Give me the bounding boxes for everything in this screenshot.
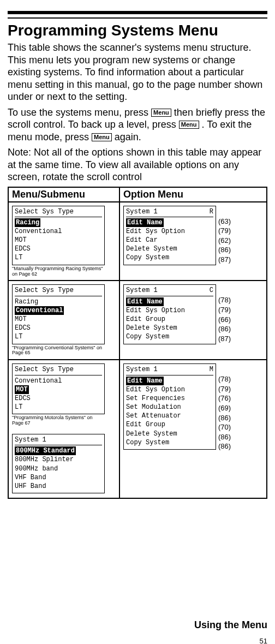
screen-title: System 1 — [126, 207, 158, 216]
lcd-screen: System 1REdit NameEdit Sys OptionEdit Ca… — [123, 206, 216, 265]
page-number: 51 — [260, 637, 267, 644]
page-ref-column: (78)(79)(76)(69)(86)(70)(86)(86) — [218, 363, 231, 451]
screen-item: 800MHz Standard — [15, 446, 102, 455]
screen-item: EDCS — [15, 394, 102, 403]
screen-item: MOT — [15, 385, 102, 394]
screen-caption: "Programming Conventional Systems" on Pa… — [12, 345, 105, 356]
screen-item-highlighted: Racing — [15, 218, 40, 227]
option-row: System 1REdit NameEdit Sys OptionEdit Ca… — [123, 206, 263, 266]
screen-item: LT — [15, 253, 102, 262]
menu-key-icon: Menu — [179, 121, 199, 129]
intro-paragraph-1: This table shows the scanner's systems m… — [8, 41, 267, 103]
page-ref: (78) — [218, 374, 231, 384]
screen-suffix: R — [210, 207, 213, 216]
intro-paragraph-3: Note: Not all of the options shown in th… — [8, 146, 267, 183]
rule-thin — [8, 17, 267, 19]
option-row: System 1CEdit NameEdit Sys OptionEdit Gr… — [123, 284, 263, 345]
screen-item: 900MHz band — [15, 464, 102, 473]
lcd-screen: Select Sys TypeConventionalMOTEDCSLT — [12, 363, 105, 414]
page-ref: (86) — [218, 442, 231, 451]
screen-item: Set Frequencies — [126, 394, 213, 403]
screen-suffix: M — [210, 365, 213, 374]
screen-item: 800MHz Splinter — [15, 455, 102, 464]
col-header-left: Menu/Submenu — [8, 187, 119, 202]
screen-item: EDCS — [15, 324, 102, 332]
screen-title: Select Sys Type — [15, 365, 102, 375]
screen-item-highlighted: MOT — [15, 385, 29, 394]
screen-item: Set Modulation — [126, 403, 213, 412]
screen-item: Racing — [15, 297, 102, 306]
page-ref: (69) — [218, 403, 231, 413]
screen-item: Delete System — [126, 245, 213, 253]
page-ref: (78) — [218, 295, 231, 305]
screen-item: Copy System — [126, 253, 213, 262]
screen-title-row: System 1C — [126, 286, 213, 296]
page-ref: (66) — [218, 315, 231, 325]
screen-item: Conventional — [15, 377, 102, 385]
screen-item: Edit Name — [126, 297, 213, 306]
screen-item: Edit Sys Option — [126, 385, 213, 394]
rule-thick — [8, 11, 267, 14]
para2-part-d: again. — [115, 132, 141, 142]
section-heading: Programming Systems Menu — [8, 22, 267, 39]
page-ref: (62) — [218, 236, 231, 246]
screen-item: Conventional — [15, 306, 102, 315]
screen-title-row: System 1M — [126, 365, 213, 375]
table-cell-right: System 1CEdit NameEdit Sys OptionEdit Gr… — [119, 281, 267, 360]
lcd-screen: System 1800MHz Standard800MHz Splinter90… — [12, 434, 105, 493]
screen-caption: "Programming Motorola Systems" on Page 6… — [12, 415, 105, 426]
screen-item-highlighted: Conventional — [15, 306, 64, 315]
screen-title: Select Sys Type — [15, 207, 102, 217]
lcd-screen: System 1CEdit NameEdit Sys OptionEdit Gr… — [123, 284, 216, 344]
screen-title: System 1 — [15, 436, 102, 445]
screen-item: Copy System — [126, 438, 213, 447]
lcd-screen: System 1MEdit NameEdit Sys OptionSet Fre… — [123, 363, 216, 450]
screen-item: MOT — [15, 315, 102, 324]
screen-item: UHF Band — [15, 482, 102, 491]
option-row: System 1MEdit NameEdit Sys OptionSet Fre… — [123, 363, 263, 451]
screen-item: Racing — [15, 218, 102, 227]
screen-item: MOT — [15, 236, 102, 245]
screen-item: Edit Sys Option — [126, 306, 213, 315]
table-cell-right: System 1REdit NameEdit Sys OptionEdit Ca… — [119, 202, 267, 281]
table-cell-left: Select Sys TypeRacingConventionalMOTEDCS… — [8, 202, 119, 281]
page-ref: (87) — [218, 255, 231, 265]
page-ref: (63) — [218, 217, 231, 226]
screen-item: EDCS — [15, 245, 102, 253]
table-cell-left: Select Sys TypeRacingConventionalMOTEDCS… — [8, 281, 119, 360]
screen-item-highlighted: Edit Name — [126, 218, 164, 227]
page-ref: (86) — [218, 245, 231, 255]
menu-key-icon: Menu — [151, 109, 171, 117]
lcd-screen: Select Sys TypeRacingConventionalMOTEDCS… — [12, 206, 105, 265]
screen-item: Edit Sys Option — [126, 227, 213, 236]
para2-part-a: To use the systems menu, press — [8, 107, 151, 118]
menu-key-icon: Menu — [92, 133, 112, 141]
screen-item-highlighted: Edit Name — [126, 297, 164, 306]
screen-item: LT — [15, 403, 102, 412]
page-ref: (87) — [218, 334, 231, 344]
screen-item: Delete System — [126, 324, 213, 332]
page-ref: (70) — [218, 422, 231, 432]
screen-title: Select Sys Type — [15, 286, 102, 296]
screen-item: Conventional — [15, 227, 102, 236]
screen-item: Delete System — [126, 430, 213, 438]
screen-caption: "Manually Programming Racing Systems" on… — [12, 266, 105, 277]
screen-item: Edit Group — [126, 315, 213, 324]
page-ref: (86) — [218, 432, 231, 442]
screen-title: System 1 — [126, 365, 158, 374]
page-ref: (76) — [218, 393, 231, 403]
page-ref: (86) — [218, 413, 231, 423]
screen-item-highlighted: 800MHz Standard — [15, 446, 76, 455]
lcd-screen: Select Sys TypeRacingConventionalMOTEDCS… — [12, 284, 105, 344]
screen-title-row: System 1R — [126, 207, 213, 217]
screen-item: Edit Car — [126, 236, 213, 245]
page-ref: (79) — [218, 305, 231, 315]
intro-paragraph-2: To use the systems menu, press Menu then… — [8, 106, 267, 144]
page-ref: (79) — [218, 226, 231, 236]
footer-title: Using the Menu — [194, 619, 267, 631]
page-ref: (86) — [218, 324, 231, 334]
table-cell-left: Select Sys TypeConventionalMOTEDCSLT"Pro… — [8, 360, 119, 498]
screen-item: VHF Band — [15, 473, 102, 482]
col-header-right: Option Menu — [119, 187, 267, 202]
screen-suffix: C — [210, 286, 213, 295]
